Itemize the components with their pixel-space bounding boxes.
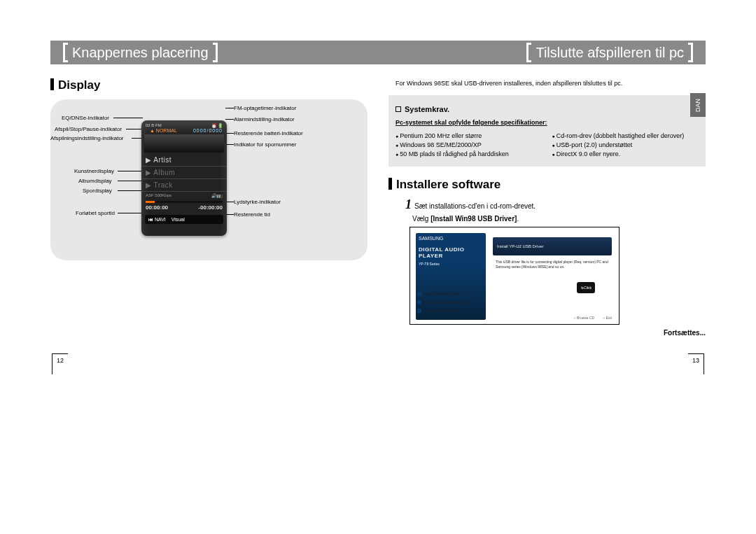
header-left-title: Knappernes placering (72, 45, 209, 61)
install-block: Installere software 1Sæt installations-c… (388, 178, 706, 337)
display-title-text: Display (58, 78, 100, 92)
page-numbers: 12 13 (50, 353, 706, 374)
installer-model: YP-T8 Series (416, 262, 486, 266)
dev-artist-row: ▶ Artist (146, 156, 172, 164)
installer-description: This USB driver file is for connecting d… (496, 260, 609, 269)
pointer-line (113, 118, 143, 118)
installer-menu-1-text: Install Win98 USB Driver (424, 292, 463, 296)
continued-label: Fortsættes... (388, 329, 706, 337)
dev-top-right: ⏰ 🔋 (211, 123, 223, 128)
pipe-icon (50, 78, 54, 90)
pipe-icon (388, 178, 392, 190)
dev-visualizer (144, 134, 224, 153)
intro-text: For Windows 98SE skal USB-driveren insta… (396, 80, 706, 87)
installer-menu-highlight: Install YP-U2 USB Driver (493, 237, 612, 255)
label-artist: Kunstnerdisplay (74, 168, 114, 174)
spec-line: Pc-systemet skal opfylde følgende specif… (396, 119, 699, 126)
installer-menu-item: Install Multimedia Studio (417, 309, 470, 313)
installer-click-badge: 🖱 Click (577, 282, 595, 293)
systemkrav-heading: Systemkrav. (396, 105, 699, 113)
step-1: 1Sæt installations-cd'en i cd-rom-drevet… (405, 197, 706, 212)
install-section-title: Installere software (388, 178, 706, 192)
label-track-num: Indikator for spornummer (234, 141, 296, 148)
label-eq-dnse: EQ/DNSe-indikator (62, 115, 109, 121)
installer-screenshot: SAMSUNG DIGITAL AUDIO PLAYER YP-T8 Serie… (410, 227, 620, 325)
installer-foot-browse: Browse CD (574, 316, 595, 320)
dev-track-text: Track (154, 181, 173, 189)
dev-mode: ▲ NORMAL (146, 128, 177, 133)
dev-navi: ⏮ NAVI (148, 217, 166, 222)
dev-counter: 0000/0000 (193, 128, 223, 133)
dev-visual: Visual (172, 217, 185, 222)
label-play-stop: Afspil/Stop/Pause-indikator (55, 126, 122, 132)
page-number-left: 12 (52, 353, 68, 374)
header-left: Knappernes placering (50, 41, 222, 64)
dev-top-left: 02 B FM (146, 123, 162, 128)
installer-foot-exit: Exit (603, 316, 612, 320)
label-elapsed: Forløbet sportid (76, 210, 115, 216)
pointer-line (225, 108, 234, 108)
left-column: Display EQ/DNSe-indikator Afspil/Stop/Pa… (50, 73, 368, 337)
label-alarm: Alarmindstilling-indikator (234, 116, 295, 122)
pointer-line (118, 190, 143, 191)
header-right: Tilslutte afspilleren til pc (522, 41, 706, 64)
installer-menu-3-text: Install Multimedia Studio (424, 309, 462, 313)
spec-col-left: Pentium 200 MHz eller større Windows 98 … (396, 130, 542, 160)
header-right-title: Tilslutte afspilleren til pc (536, 45, 684, 61)
label-remain: Resterende tid (234, 211, 270, 218)
label-rec-setting: Afspilningsindstilling-indikator (50, 135, 124, 141)
label-album: Albumdisplay (78, 178, 112, 184)
device-screen: 02 B FM ⏰ 🔋 ▲ NORMAL 0000/0000 ▶ Artist … (141, 120, 227, 236)
label-track-disp: Spordisplay (83, 188, 112, 194)
bracket-right-open-icon (526, 41, 531, 64)
pointer-line (118, 181, 143, 181)
dot-icon (417, 309, 421, 313)
label-battery: Resterende batteri-indikator (234, 130, 303, 136)
spec-grid: Pentium 200 MHz eller større Windows 98 … (396, 130, 699, 160)
display-section-title: Display (50, 78, 368, 92)
spec-item: 50 MB plads til rådighed på harddisken (396, 150, 542, 157)
pointer-line (225, 119, 234, 120)
spec-col-right: Cd-rom-drev (dobbelt hastighed eller der… (552, 130, 699, 160)
spec-item: Pentium 200 MHz eller større (396, 132, 542, 139)
installer-menu-item: Install Win98 USB Driver (417, 292, 470, 296)
step-number: 1 (405, 197, 412, 211)
dev-track-row: ▶ Track (146, 181, 173, 189)
pointer-line (126, 129, 143, 129)
dev-album-row: ▶ Album (146, 169, 175, 176)
step-1-sub-post: . (517, 215, 519, 223)
installer-menu-item: Install Samsung Media Studio (417, 300, 470, 304)
display-diagram-panel: EQ/DNSe-indikator Afspil/Stop/Pause-indi… (50, 99, 368, 260)
systemkrav-text: Systemkrav. (405, 105, 449, 113)
installer-menu: Install Win98 USB Driver Install Samsung… (417, 288, 470, 317)
dot-icon (417, 300, 421, 304)
dev-artist-text: Artist (153, 156, 172, 164)
installer-footer: Browse CD Exit (574, 316, 612, 320)
label-volume: Lydstyrke-indikator (234, 199, 281, 205)
dev-progress (146, 201, 223, 203)
step-1-sub-pre: Vælg (412, 215, 430, 223)
bracket-right-close-icon (688, 41, 693, 64)
pointer-line (118, 213, 143, 213)
dev-album-text: Album (153, 169, 175, 176)
right-column: For Windows 98SE skal USB-driveren insta… (388, 73, 706, 337)
step-1-text: Sæt installations-cd'en i cd-rom-drevet. (414, 202, 536, 210)
dot-icon (417, 292, 421, 296)
installer-menu-2-text: Install Samsung Media Studio (424, 300, 470, 304)
spec-item: Cd-rom-drev (dobbelt hastighed eller der… (552, 132, 699, 139)
installer-brand: SAMSUNG (416, 233, 486, 244)
spec-item: USB-port (2.0) understøttet (552, 141, 699, 148)
dev-time-remain: -00:00:00 (198, 204, 223, 211)
header-bar: Knappernes placering Tilslutte afspiller… (50, 41, 706, 64)
dev-time-elapsed: 00:00:00 (146, 204, 168, 211)
bracket-left-close-icon (213, 41, 218, 64)
installer-click-text: Click (584, 286, 592, 290)
dev-codec: ASF 500Kbps (146, 193, 172, 198)
box-icon (396, 106, 401, 112)
pointer-line (118, 171, 143, 171)
bracket-left-open-icon (63, 41, 68, 64)
page-number-right: 13 (688, 353, 704, 374)
installer-big: DIGITAL AUDIO PLAYER (416, 244, 486, 262)
label-fm-timer: FM-optagetimer-indikator (234, 105, 296, 111)
dev-vol-icon: 🔊▮▮▯ (211, 193, 223, 198)
